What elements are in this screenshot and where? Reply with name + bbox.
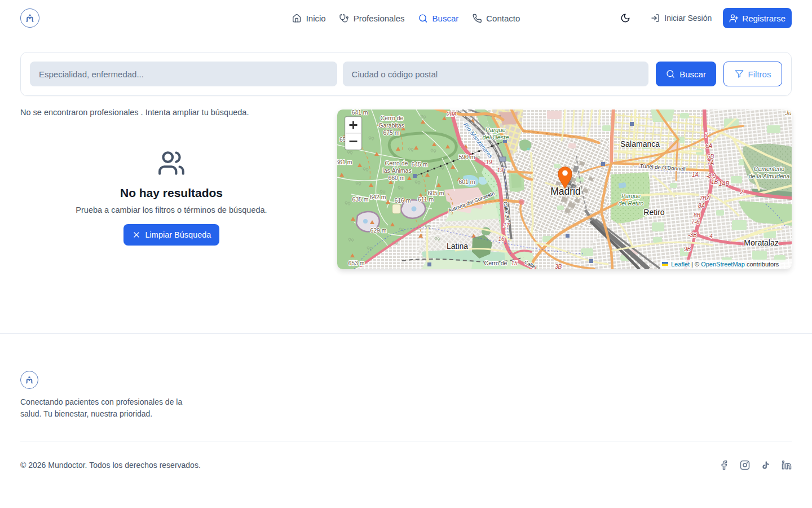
svg-text:17: 17 <box>503 222 510 229</box>
svg-text:19: 19 <box>497 167 504 173</box>
svg-text:653 m: 653 m <box>348 260 364 266</box>
svg-text:las Ánimas: las Ánimas <box>382 167 411 174</box>
svg-text:6A: 6A <box>705 143 713 149</box>
svg-text:del Retiro: del Retiro <box>619 200 644 207</box>
svg-text:Garabitas: Garabitas <box>378 122 404 129</box>
svg-text:605 m: 605 m <box>427 190 444 196</box>
svg-text:1B: 1B <box>711 179 718 185</box>
svg-text:641 m: 641 m <box>351 110 368 116</box>
svg-text:590 m: 590 m <box>458 154 475 160</box>
svg-text:601 m: 601 m <box>458 178 475 185</box>
svg-text:Parque: Parque <box>486 126 505 133</box>
svg-text:661 m: 661 m <box>337 159 352 165</box>
svg-text:611 m: 611 m <box>418 196 434 203</box>
svg-text:7-6: 7-6 <box>691 219 700 225</box>
svg-text:Ju: Ju <box>784 110 792 116</box>
svg-text:Salamanca: Salamanca <box>620 139 660 148</box>
svg-text:Cerro de: Cerro de <box>484 260 508 266</box>
svg-text:19: 19 <box>486 159 492 165</box>
svg-text:4: 4 <box>709 233 713 239</box>
svg-text:7: 7 <box>705 132 708 138</box>
svg-text:9B: 9B <box>684 246 691 252</box>
svg-text:7A: 7A <box>707 160 714 166</box>
svg-text:660 m: 660 m <box>388 174 404 181</box>
svg-text:Leaflet | © OpenStreetMap cont: Leaflet | © OpenStreetMap contributors <box>671 261 779 268</box>
svg-text:Cerro de: Cerro de <box>385 160 408 167</box>
svg-text:-8,9: -8,9 <box>706 173 716 179</box>
svg-text:7BA: 7BA <box>700 195 710 202</box>
svg-text:635 m: 635 m <box>352 196 368 203</box>
svg-text:Parque: Parque <box>621 192 641 199</box>
svg-text:Latina: Latina <box>447 242 468 251</box>
svg-text:Retiro: Retiro <box>643 208 665 217</box>
svg-text:Cerro de: Cerro de <box>381 115 404 121</box>
svg-text:2: 2 <box>739 189 743 195</box>
svg-text:Moratalaz: Moratalaz <box>744 238 778 247</box>
svg-text:8B: 8B <box>694 212 701 218</box>
svg-text:616 m: 616 m <box>394 197 411 204</box>
svg-text:629 m: 629 m <box>370 227 386 234</box>
svg-text:1A: 1A <box>692 172 699 178</box>
svg-text:-3B: -3B <box>688 232 697 238</box>
svg-text:20A: 20A <box>446 111 457 117</box>
svg-text:de la Almudena: de la Almudena <box>749 173 790 179</box>
svg-text:675 m: 675 m <box>383 129 399 136</box>
svg-text:del Oeste: del Oeste <box>482 134 509 141</box>
svg-text:6B: 6B <box>707 154 714 160</box>
svg-text:645 m: 645 m <box>411 161 427 168</box>
svg-text:16: 16 <box>498 236 505 242</box>
svg-text:3B: 3B <box>555 264 562 269</box>
svg-text:15: 15 <box>511 260 518 266</box>
svg-text:1AB: 1AB <box>719 181 730 187</box>
svg-text:642 m: 642 m <box>369 194 386 200</box>
svg-text:8A: 8A <box>698 203 705 209</box>
svg-text:Cementerio: Cementerio <box>754 165 784 172</box>
